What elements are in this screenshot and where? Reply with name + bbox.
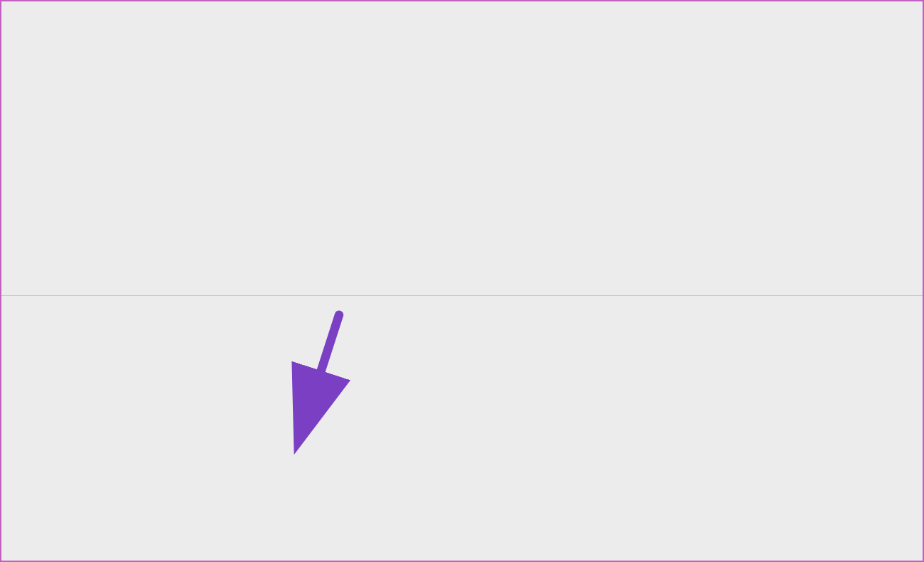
bottom-section	[1, 296, 923, 561]
preferences-grid-row4	[1, 323, 923, 337]
system-preferences-window	[1, 1, 923, 561]
preferences-grid-row3	[1, 296, 923, 317]
top-section	[1, 1, 923, 296]
